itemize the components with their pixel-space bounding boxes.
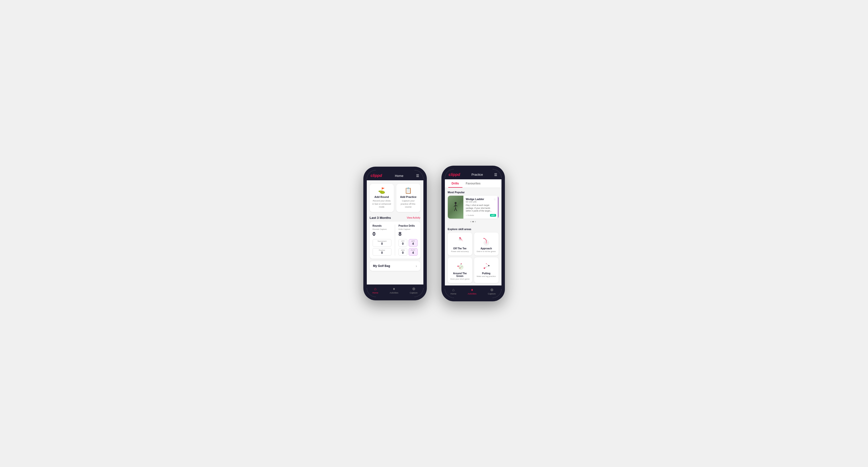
drill-footer: ○ 9 shots APP <box>466 214 496 217</box>
capture-nav-label-2: Capture <box>488 292 496 295</box>
golf-bag-row[interactable]: My Golf Bag › <box>370 261 421 271</box>
skill-card-atg[interactable]: Around The Green Hone your short game <box>448 257 472 283</box>
drills-col: Practice Drills Drills Capture 8 OTT 0 A… <box>399 224 417 256</box>
dot-1 <box>470 221 471 222</box>
svg-point-16 <box>484 238 485 239</box>
putt-box: PUTT 4 <box>409 248 417 256</box>
practice-box-wrap: Practice 0 <box>373 248 392 256</box>
shots-circle-icon: ○ <box>466 214 467 216</box>
menu-icon[interactable]: ☰ <box>416 174 419 178</box>
svg-point-33 <box>487 264 488 265</box>
arg-label: ARG <box>400 249 406 251</box>
putting-icon-area <box>476 260 496 271</box>
drills-capture-value: 8 <box>399 231 417 237</box>
svg-point-15 <box>486 242 487 244</box>
svg-point-22 <box>460 268 461 269</box>
drill-header: Wedge Ladder 50-100 yds ☆ <box>466 198 496 204</box>
bottom-nav-home: ⌂ Home ♦ Activities ⊕ Capture <box>367 284 423 297</box>
most-popular-title: Most Popular <box>448 191 499 194</box>
tournament-box: Tournament 0 <box>373 239 392 247</box>
add-practice-card[interactable]: 📋 Add Practice Capture your practice off… <box>396 184 421 212</box>
app-box: APP 4 <box>409 239 417 247</box>
practice-menu-icon[interactable]: ☰ <box>494 173 497 177</box>
add-round-card[interactable]: ⛳ Add Round Record your shots in fast or… <box>370 184 394 212</box>
tournament-value: 0 <box>374 242 390 245</box>
drills-title: Practice Drills <box>399 224 417 227</box>
practice-content: Most Popular <box>445 188 501 286</box>
capture-nav-label: Capture <box>410 291 417 294</box>
activities-nav-label-2: Activities <box>468 292 476 295</box>
svg-point-32 <box>486 263 487 264</box>
activities-nav-icon-2: ♦ <box>471 288 473 292</box>
drill-card-body: Wedge Ladder 50-100 yds ☆ Play 1 shot at… <box>463 196 499 219</box>
rounds-title: Rounds <box>373 224 392 227</box>
svg-line-4 <box>454 208 456 211</box>
activities-nav-label: Activities <box>390 291 399 294</box>
practice-tabs: Drills Favourites <box>445 179 501 188</box>
putt-label: PUTT <box>410 249 416 251</box>
ott-box: OTT 0 <box>399 239 407 247</box>
nav-capture[interactable]: ⊕ Capture <box>410 286 417 294</box>
add-practice-title: Add Practice <box>399 195 418 198</box>
app-header-practice: clippd Practice ☰ <box>445 169 501 179</box>
drill-card-image <box>448 196 463 219</box>
arg-box: ARG 0 <box>399 248 407 256</box>
drills-sub-grid-top: OTT 0 APP 4 <box>399 239 417 247</box>
svg-point-26 <box>484 268 485 269</box>
svg-point-18 <box>486 239 486 239</box>
rounds-sub-grid: Tournament 0 <box>373 239 392 247</box>
skill-card-off-the-tee[interactable]: Off The Tee Power and accuracy <box>448 232 472 255</box>
app-header-home: clippd Home ☰ <box>367 170 423 180</box>
home-nav-label-2: Home <box>451 292 456 295</box>
nav-capture-2[interactable]: ⊕ Capture <box>488 287 496 295</box>
skill-approach-desc: Dial-in to hit the green <box>476 250 496 252</box>
practice-box: Practice 0 <box>373 248 392 256</box>
svg-point-27 <box>485 267 486 268</box>
svg-line-5 <box>456 208 457 211</box>
svg-point-17 <box>485 238 485 239</box>
activities-nav-icon: ♦ <box>393 287 395 291</box>
nav-activities[interactable]: ♦ Activities <box>390 287 399 294</box>
app-value: 4 <box>410 242 416 245</box>
svg-line-12 <box>459 238 460 240</box>
dot-2 <box>472 221 474 222</box>
bottom-nav-practice: ⌂ Home ♦ Activities ⊕ Capture <box>445 285 501 298</box>
skill-putting-title: Putting <box>476 272 496 275</box>
add-round-desc: Record your shots in fast or enhanced mo… <box>372 199 392 209</box>
skill-tee-title: Off The Tee <box>450 247 470 250</box>
drill-card-wedge[interactable]: Wedge Ladder 50-100 yds ☆ Play 1 shot at… <box>448 196 499 219</box>
skill-atg-title: Around The Green <box>450 272 470 277</box>
arg-value: 0 <box>400 251 406 254</box>
app-badge: APP <box>490 214 496 217</box>
svg-line-2 <box>454 205 456 207</box>
drill-subtitle: 50-100 yds <box>466 200 485 203</box>
nav-home-2[interactable]: ⌂ Home <box>451 288 456 295</box>
ott-label: OTT <box>400 240 406 242</box>
view-activity-link[interactable]: View Activity <box>407 216 420 219</box>
skill-card-approach[interactable]: Approach Dial-in to hit the green <box>474 232 499 255</box>
drill-desc: Play 1 shot at each target yardage. If y… <box>466 204 496 213</box>
svg-line-3 <box>456 205 457 206</box>
svg-point-0 <box>455 202 457 204</box>
skill-grid: Off The Tee Power and accuracy <box>448 232 499 283</box>
drill-title-wrap: Wedge Ladder 50-100 yds <box>466 198 485 204</box>
golf-bag-label: My Golf Bag <box>373 264 390 268</box>
nav-home[interactable]: ⌂ Home <box>372 287 378 294</box>
svg-marker-25 <box>461 263 462 264</box>
tab-favourites[interactable]: Favourites <box>462 179 484 188</box>
favourite-star-icon[interactable]: ☆ <box>493 198 496 201</box>
home-nav-icon: ⌂ <box>374 287 376 291</box>
shots-label: ○ 9 shots <box>466 214 474 216</box>
skill-card-putting[interactable]: Putting Make and lag practice <box>474 257 499 283</box>
carousel-dots <box>448 220 499 224</box>
nav-activities-2[interactable]: ♦ Activities <box>468 288 476 295</box>
explore-title: Explore skill areas <box>448 228 499 230</box>
practice-label: Practice <box>374 249 390 251</box>
home-nav-icon-2: ⌂ <box>452 288 455 292</box>
home-nav-label: Home <box>372 291 378 294</box>
rounds-capture-label: Rounds Capture <box>373 228 392 230</box>
skill-putting-desc: Make and lag practice <box>476 275 496 277</box>
stats-card: Rounds Rounds Capture 0 Tournament 0 Pra… <box>370 222 421 259</box>
activity-title: Last 3 Months <box>370 216 391 220</box>
tab-drills[interactable]: Drills <box>448 179 462 188</box>
